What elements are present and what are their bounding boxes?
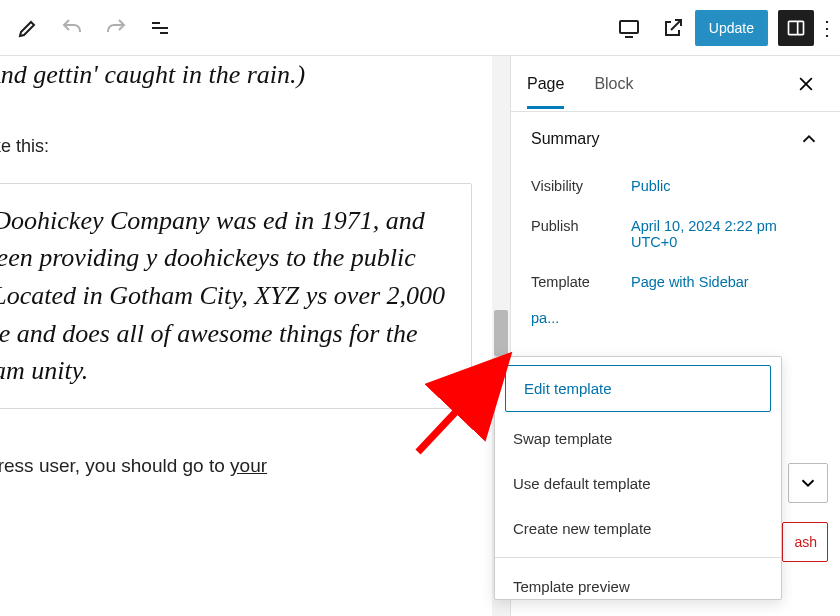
quote-block[interactable]: XYZ Doohickey Company was ed in 1971, an… xyxy=(0,183,472,409)
settings-panel-toggle-icon[interactable] xyxy=(778,10,814,46)
publish-label: Publish xyxy=(531,218,631,250)
summary-section-header[interactable]: Summary xyxy=(511,112,840,166)
sidebar-tabs: Page Block xyxy=(511,56,840,112)
menu-item-use-default-template[interactable]: Use default template xyxy=(495,461,781,506)
top-toolbar: Update ⋮ xyxy=(0,0,840,56)
summary-row-publish: Publish April 10, 2024 2:22 pm UTC+0 xyxy=(531,206,820,262)
redo-icon[interactable] xyxy=(94,6,138,50)
quote-paragraph-2[interactable]: XYZ Doohickey Company was ed in 1971, an… xyxy=(0,202,453,390)
chevron-up-icon xyxy=(798,128,820,150)
more-options-icon[interactable]: ⋮ xyxy=(820,16,834,40)
svg-rect-5 xyxy=(789,21,804,34)
visibility-value[interactable]: Public xyxy=(631,178,671,194)
svg-rect-3 xyxy=(620,21,638,33)
settings-sidebar: Page Block Summary Visibility Public Pub… xyxy=(510,56,840,616)
publish-tz: UTC+0 xyxy=(631,234,677,250)
update-button[interactable]: Update xyxy=(695,10,768,46)
edit-icon[interactable] xyxy=(6,6,50,50)
template-label: Template xyxy=(531,274,631,290)
bottom-paragraph-text: WordPress user, you should go to xyxy=(0,455,230,476)
menu-item-swap-template[interactable]: Swap template xyxy=(495,416,781,461)
external-preview-icon[interactable] xyxy=(651,6,695,50)
summary-row-visibility: Visibility Public xyxy=(531,166,820,206)
view-desktop-icon[interactable] xyxy=(607,6,651,50)
tab-page[interactable]: Page xyxy=(527,59,564,109)
summary-row-template: Template Page with Sidebar xyxy=(531,262,820,302)
menu-item-template-preview[interactable]: Template preview xyxy=(495,564,781,595)
menu-divider xyxy=(495,557,781,558)
document-overview-icon[interactable] xyxy=(138,6,182,50)
menu-item-edit-template[interactable]: Edit template xyxy=(505,365,771,412)
template-value[interactable]: Page with Sidebar xyxy=(631,274,749,290)
chevron-down-icon xyxy=(797,472,819,494)
collapsed-section-chevron[interactable] xyxy=(788,463,828,503)
workspace: as. (And gettin' caught in the rain.) th… xyxy=(0,56,840,616)
scrollbar-thumb[interactable] xyxy=(494,310,508,356)
visibility-label: Visibility xyxy=(531,178,631,194)
undo-icon[interactable] xyxy=(50,6,94,50)
close-sidebar-icon[interactable] xyxy=(788,66,824,102)
publish-value[interactable]: April 10, 2024 2:22 pm UTC+0 xyxy=(631,218,777,250)
summary-body: Visibility Public Publish April 10, 2024… xyxy=(511,166,840,302)
summary-heading: Summary xyxy=(531,130,599,148)
publish-date: April 10, 2024 2:22 pm xyxy=(631,218,777,234)
move-to-trash-button[interactable]: ash xyxy=(782,522,828,562)
truncated-link[interactable]: pa... xyxy=(511,302,840,326)
tab-block[interactable]: Block xyxy=(594,59,633,109)
template-dropdown-menu: Edit template Swap template Use default … xyxy=(494,356,782,600)
quote-paragraph-1[interactable]: as. (And gettin' caught in the rain.) xyxy=(0,56,472,94)
plain-paragraph[interactable]: thing like this: xyxy=(0,136,472,157)
menu-item-create-new-template[interactable]: Create new template xyxy=(495,506,781,551)
bottom-link[interactable]: your xyxy=(230,455,267,476)
bottom-paragraph[interactable]: WordPress user, you should go to your xyxy=(0,455,472,477)
editor-canvas[interactable]: as. (And gettin' caught in the rain.) th… xyxy=(0,56,492,616)
